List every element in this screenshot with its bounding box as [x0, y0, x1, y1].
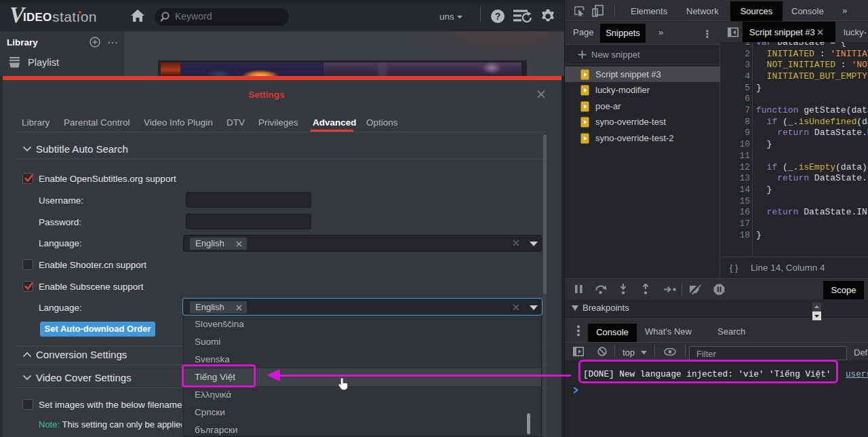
svg-text:?: ?	[495, 11, 501, 22]
